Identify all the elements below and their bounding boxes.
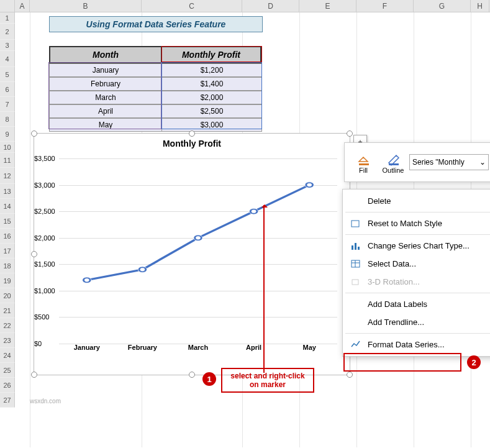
x-tick: January — [74, 344, 100, 351]
spreadsheet-sheet: A B C D E F G H 1 2 3 4 5 6 7 8 9 10 11 … — [0, 0, 490, 447]
row-header[interactable]: 9 — [0, 127, 15, 142]
row-header[interactable]: 10 — [0, 142, 15, 153]
outline-icon — [385, 150, 401, 167]
svg-rect-11 — [389, 163, 399, 165]
table-cell[interactable]: $3,000 — [161, 118, 262, 132]
chart-type-icon — [350, 240, 361, 252]
column-header-row: A B C D E F G H — [0, 0, 490, 12]
col-header-E[interactable]: E — [299, 0, 356, 12]
row-header[interactable]: 14 — [0, 199, 15, 214]
row-header[interactable]: 16 — [0, 229, 15, 244]
chart-title[interactable]: Monthly Profit — [34, 139, 350, 149]
series-selector[interactable]: Series "Monthly ⌄ — [409, 154, 489, 170]
row-header[interactable]: 13 — [0, 184, 15, 199]
table-cell[interactable]: March — [49, 91, 162, 104]
x-tick: April — [246, 344, 261, 351]
col-header-H[interactable]: H — [471, 0, 489, 12]
menu-add-trendline[interactable]: Add Trendline... — [343, 313, 490, 331]
callout-arrow — [263, 205, 265, 373]
outline-label: Outline — [383, 167, 404, 174]
cube-icon — [350, 277, 361, 288]
row-header[interactable]: 27 — [0, 393, 15, 408]
table-cell[interactable]: May — [49, 118, 162, 132]
table-cell[interactable]: $1,400 — [161, 77, 262, 91]
col-header-F[interactable]: F — [356, 0, 414, 12]
row-header[interactable]: 24 — [0, 348, 15, 363]
fill-label: Fill — [359, 167, 368, 174]
svg-point-3 — [140, 268, 145, 271]
table-cell[interactable]: $2,000 — [161, 91, 262, 104]
plot-area[interactable]: $3,500 $3,000 $2,500 $2,000 $1,500 $1,00… — [59, 158, 337, 344]
menu-change-chart-type[interactable]: Change Series Chart Type... — [343, 237, 490, 255]
menu-3d-rotation: 3-D Rotation... — [343, 273, 490, 291]
row-header[interactable]: 5 — [0, 67, 15, 82]
col-header-C[interactable]: C — [142, 0, 242, 12]
table-cell[interactable]: February — [49, 77, 162, 91]
svg-point-5 — [196, 236, 200, 239]
chevron-down-icon: ⌄ — [479, 158, 486, 167]
row-header[interactable]: 2 — [0, 24, 15, 40]
row-header-col: 1 2 3 4 5 6 7 8 9 10 11 12 13 14 15 16 1… — [0, 12, 15, 447]
row-header[interactable]: 8 — [0, 112, 15, 127]
chart-markers[interactable] — [59, 158, 337, 344]
mini-toolbar: Fill Outline Series "Monthly ⌄ — [344, 142, 490, 182]
reset-icon — [350, 218, 361, 229]
svg-rect-13 — [352, 245, 353, 250]
x-tick: March — [188, 344, 208, 351]
row-header[interactable]: 25 — [0, 363, 15, 378]
row-header[interactable]: 23 — [0, 333, 15, 348]
row-header[interactable]: 22 — [0, 318, 15, 333]
callout-badge-2: 2 — [467, 355, 481, 369]
data-table: Month Monthly Profit January$1,200 Febru… — [49, 46, 263, 132]
callout-text-1: select and right-click on marker — [221, 368, 314, 393]
row-header[interactable]: 3 — [0, 40, 15, 51]
table-header-profit: Monthly Profit — [161, 46, 261, 63]
row-header[interactable]: 11 — [0, 153, 15, 168]
row-header[interactable]: 21 — [0, 303, 15, 318]
row-header[interactable]: 12 — [0, 168, 15, 184]
chart-object[interactable]: Monthly Profit $3,500 $3,000 $2,500 $2,0… — [34, 133, 350, 375]
menu-format-data-series[interactable]: Format Data Series... — [343, 336, 490, 354]
col-header-G[interactable]: G — [414, 0, 471, 12]
row-header[interactable]: 1 — [0, 12, 15, 24]
row-header[interactable]: 17 — [0, 244, 15, 258]
menu-add-data-labels[interactable]: Add Data Labels › — [343, 295, 490, 313]
row-header[interactable]: 6 — [0, 82, 15, 97]
row-header[interactable]: 4 — [0, 51, 15, 67]
outline-button[interactable]: Outline — [379, 150, 407, 174]
col-header-A[interactable]: A — [15, 0, 30, 12]
format-series-icon — [350, 339, 361, 350]
callout-badge-1: 1 — [202, 372, 216, 386]
table-cell[interactable]: $1,200 — [161, 63, 262, 77]
page-title: Using Format Data Series Feature — [49, 16, 263, 32]
svg-point-1 — [84, 278, 89, 281]
svg-rect-12 — [352, 221, 359, 227]
menu-delete[interactable]: Delete — [343, 192, 490, 210]
row-header[interactable]: 15 — [0, 214, 15, 229]
svg-point-9 — [307, 183, 312, 186]
series-selector-text: Series "Monthly — [412, 158, 465, 167]
x-tick: May — [302, 344, 315, 351]
row-header[interactable]: 7 — [0, 97, 15, 112]
select-data-icon — [350, 258, 361, 270]
col-header-B[interactable]: B — [30, 0, 142, 12]
table-cell[interactable]: April — [49, 104, 162, 118]
svg-rect-15 — [358, 247, 360, 250]
row-header[interactable]: 18 — [0, 258, 15, 273]
select-all-corner[interactable] — [0, 0, 15, 12]
col-header-D[interactable]: D — [242, 0, 299, 12]
menu-select-data[interactable]: Select Data... — [343, 255, 490, 273]
grid-area[interactable]: Using Format Data Series Feature Month M… — [15, 12, 490, 447]
svg-rect-10 — [359, 163, 369, 165]
table-cell[interactable]: January — [49, 63, 162, 77]
watermark: wsxdn.com — [30, 398, 61, 405]
table-header-month: Month — [49, 46, 162, 63]
fill-button[interactable]: Fill — [350, 150, 377, 174]
svg-point-7 — [252, 210, 256, 213]
table-cell[interactable]: $2,500 — [161, 104, 262, 118]
row-header[interactable]: 20 — [0, 288, 15, 303]
menu-reset-match-style[interactable]: Reset to Match Style — [343, 214, 490, 232]
fill-icon — [355, 150, 371, 167]
row-header[interactable]: 26 — [0, 378, 15, 393]
row-header[interactable]: 19 — [0, 273, 15, 288]
